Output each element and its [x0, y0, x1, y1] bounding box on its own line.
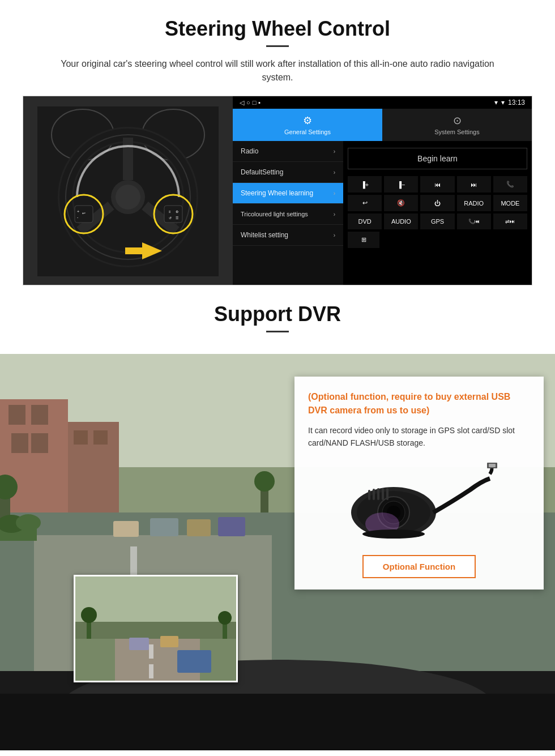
menu-radio-label: Radio: [241, 147, 258, 155]
svg-rect-23: [125, 247, 143, 254]
optional-function-button[interactable]: Optional Function: [362, 555, 476, 578]
svg-point-47: [254, 471, 275, 492]
gear-icon: ⚙: [303, 114, 312, 127]
extra-button[interactable]: ⊞: [348, 232, 379, 248]
dvd-button[interactable]: DVD: [348, 213, 382, 229]
svg-rect-65: [160, 636, 178, 647]
dvr-title-divider: [266, 331, 289, 332]
svg-text:↺: ↺: [169, 216, 172, 220]
svg-rect-43: [218, 517, 245, 536]
svg-point-10: [116, 185, 140, 210]
svg-rect-17: [164, 206, 182, 223]
dvr-optional-text: (Optional function, require to buy exter…: [308, 390, 530, 417]
svg-rect-76: [386, 488, 388, 500]
svg-rect-64: [129, 638, 149, 650]
steering-photo: + - ↩ ≡ ⚙ ↺ ☰: [23, 96, 233, 285]
call-button[interactable]: 📞: [493, 176, 527, 193]
prev-button[interactable]: ⏮: [420, 176, 454, 193]
android-screen: ◁○□▪ ▾ ▾ 13:13 ⚙ General Settings ⊙ Syst…: [233, 96, 532, 285]
svg-text:↩: ↩: [82, 211, 86, 215]
mute-button[interactable]: 🔇: [384, 195, 418, 211]
time-display: 13:13: [508, 99, 525, 106]
signal-icons: ◁○□▪: [240, 99, 261, 106]
tab-general-settings[interactable]: ⚙ General Settings: [233, 109, 382, 141]
svg-point-63: [218, 611, 232, 625]
svg-rect-74: [377, 488, 379, 500]
menu-item-steering[interactable]: Steering Wheel learning ›: [233, 183, 343, 204]
svg-rect-53: [0, 694, 555, 750]
chevron-right-icon: ›: [334, 232, 335, 238]
dvr-camera-img: [308, 459, 530, 549]
chevron-right-icon: ›: [334, 190, 335, 197]
svg-rect-55: [75, 576, 238, 622]
signal-icon: ▾: [501, 99, 505, 106]
settings-menu: Radio › DefaultSetting › Steering Wheel …: [233, 141, 343, 285]
chevron-right-icon: ›: [334, 148, 335, 155]
steering-section: Steering Wheel Control Your original car…: [0, 0, 555, 285]
dvr-desc-text: It can record video only to storage in G…: [308, 424, 530, 450]
svg-text:⚙: ⚙: [176, 210, 178, 213]
svg-rect-29: [31, 405, 48, 425]
page-title: Steering Wheel Control: [23, 17, 532, 41]
menu-steering-label: Steering Wheel learning: [241, 189, 313, 197]
dvr-inset-svg: [75, 576, 238, 682]
call-prev-button[interactable]: 📞⏮: [457, 213, 491, 229]
control-row-1: ▐+ ▐− ⏮ ⏭ 📞: [348, 176, 527, 193]
control-row-3: DVD AUDIO GPS 📞⏮ ⇌⏭: [348, 213, 527, 229]
steering-content: Begin learn ▐+ ▐− ⏮ ⏭ 📞 ↩: [343, 141, 532, 285]
svg-rect-40: [113, 521, 139, 537]
steering-demo: + - ↩ ≡ ⚙ ↺ ☰ ◁○□▪: [23, 96, 532, 285]
dvr-inset-photo: [74, 575, 238, 682]
vol-up-button[interactable]: ▐+: [348, 176, 382, 193]
control-row-4: ⊞: [348, 232, 527, 248]
dvr-title-area: Support DVR: [0, 285, 555, 354]
dvr-title: Support DVR: [23, 302, 532, 326]
svg-rect-59: [149, 664, 153, 678]
menu-item-defaultsetting[interactable]: DefaultSetting ›: [233, 162, 343, 183]
menu-item-whitelist[interactable]: Whitelist setting ›: [233, 225, 343, 246]
back-button[interactable]: ↩: [348, 195, 382, 211]
gps-button[interactable]: GPS: [420, 213, 454, 229]
shuffle-next-button[interactable]: ⇌⏭: [493, 213, 527, 229]
begin-learn-button[interactable]: Begin learn: [348, 148, 527, 169]
svg-point-61: [81, 607, 97, 623]
android-statusbar: ◁○□▪ ▾ ▾ 13:13: [233, 96, 532, 109]
control-grid: ▐+ ▐− ⏮ ⏭ 📞 ↩ 🔇 ⏻ RADIO MODE: [348, 176, 527, 248]
svg-text:☰: ☰: [176, 216, 178, 220]
steering-subtitle: Your original car's steering wheel contr…: [45, 57, 510, 84]
dvr-camera-svg: [340, 462, 498, 546]
svg-text:+: +: [77, 210, 79, 213]
chevron-right-icon: ›: [334, 169, 335, 176]
menu-whitelist-label: Whitelist setting: [241, 231, 288, 239]
menu-item-radio[interactable]: Radio ›: [233, 141, 343, 162]
svg-rect-72: [368, 490, 370, 500]
power-button[interactable]: ⏻: [420, 195, 454, 211]
dvr-section: Support DVR: [0, 285, 555, 750]
tab-general-label: General Settings: [284, 129, 331, 135]
svg-rect-33: [74, 430, 88, 445]
dvr-photo-bg: (Optional function, require to buy exter…: [0, 354, 555, 750]
vol-down-button[interactable]: ▐−: [384, 176, 418, 193]
tab-system-label: System Settings: [434, 129, 479, 135]
next-button[interactable]: ⏭: [457, 176, 491, 193]
menu-item-tricolour[interactable]: Tricoloured light settings ›: [233, 204, 343, 225]
svg-rect-78: [489, 464, 496, 467]
svg-rect-58: [149, 644, 153, 659]
wifi-icon: ▾: [494, 99, 498, 106]
menu-default-label: DefaultSetting: [241, 168, 283, 176]
svg-rect-75: [382, 488, 384, 500]
tab-system-settings[interactable]: ⊙ System Settings: [382, 109, 532, 141]
menu-tricolour-label: Tricoloured light settings: [241, 210, 308, 218]
settings-tabs: ⚙ General Settings ⊙ System Settings: [233, 109, 532, 141]
audio-button[interactable]: AUDIO: [384, 213, 418, 229]
svg-rect-28: [8, 405, 25, 425]
network-icon: ⊙: [453, 114, 462, 127]
title-divider: [266, 45, 289, 47]
svg-rect-42: [187, 519, 211, 536]
svg-text:≡: ≡: [169, 210, 171, 213]
svg-rect-34: [93, 430, 108, 445]
mode-button[interactable]: MODE: [493, 195, 527, 211]
radio-button[interactable]: RADIO: [457, 195, 491, 211]
svg-rect-31: [31, 433, 48, 453]
svg-rect-30: [11, 433, 28, 453]
